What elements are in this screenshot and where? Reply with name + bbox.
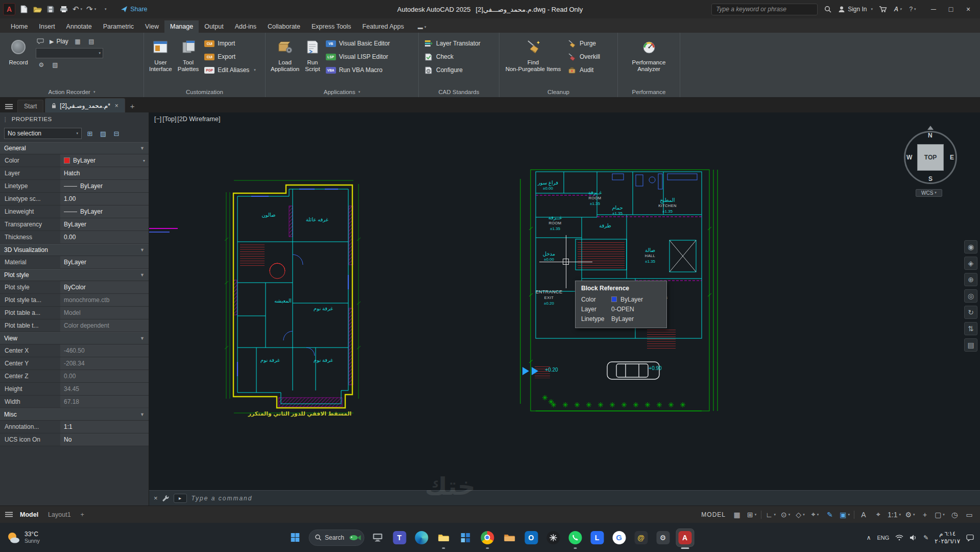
viewcube[interactable]: N W E S TOP WCS (894, 124, 967, 203)
tab-featured-apps[interactable]: Featured Apps (357, 20, 410, 33)
autoscale-icon[interactable]: ⌖ (873, 509, 884, 521)
help-search-input[interactable] (711, 4, 818, 15)
annotation-add-icon[interactable]: + (919, 509, 930, 521)
viewcube-south[interactable]: S (928, 175, 933, 182)
undo-button[interactable]: ↶ (73, 4, 82, 15)
pause-icon[interactable]: ▤ (87, 37, 96, 45)
snap-mode-icon[interactable]: ⊞ (746, 509, 757, 521)
tab-collaborate[interactable]: Collaborate (262, 20, 306, 33)
polar-tracking-icon[interactable]: ⊙ (780, 509, 791, 521)
graphics-performance-icon[interactable]: ◷ (949, 509, 960, 521)
model-tab[interactable]: Model (17, 511, 41, 518)
panel-title-action-recorder[interactable]: Action Recorder (0, 87, 144, 97)
tab-insert[interactable]: Insert (33, 20, 60, 33)
viewcube-west[interactable]: W (906, 154, 912, 161)
object-snap-icon[interactable]: ⌖ (809, 509, 821, 521)
minimize-button[interactable]: ─ (925, 2, 942, 17)
taskbar-search[interactable]: Search (308, 530, 364, 546)
line-app-icon[interactable]: L (588, 529, 606, 546)
steering-wheel-icon[interactable]: ◉ (964, 240, 977, 254)
material-value[interactable]: ByLayer (60, 256, 149, 268)
section-plot-style[interactable]: Plot style▼ (0, 269, 149, 281)
layout1-tab[interactable]: Layout1 (45, 511, 73, 518)
share-button[interactable]: Share (121, 6, 147, 13)
tab-parametric[interactable]: Parametric (98, 20, 139, 33)
save-button[interactable] (46, 4, 55, 15)
section-general[interactable]: General▼ (0, 142, 149, 154)
orbit-icon[interactable]: ◎ (964, 289, 977, 303)
showmotion-icon[interactable]: ↻ (964, 306, 977, 319)
new-drawing-button[interactable] (19, 4, 29, 15)
isodraft-icon[interactable]: ◇ (795, 509, 806, 521)
insert-message-icon[interactable] (36, 37, 45, 45)
language-indicator[interactable]: ENG (877, 535, 889, 541)
ortho-icon[interactable]: ∟ (765, 509, 776, 521)
run-vba-macro-button[interactable]: VBARun VBA Macro (324, 64, 392, 76)
snipping-tool-icon[interactable] (369, 529, 386, 546)
select-objects-icon[interactable]: ▨ (98, 128, 108, 139)
teams-icon[interactable]: T (391, 529, 408, 546)
autocad-app-icon[interactable]: A (3, 3, 15, 15)
chatgpt-icon[interactable] (544, 529, 562, 546)
file-tabs-menu-icon[interactable] (5, 104, 13, 109)
settings-icon[interactable]: ⚙ (654, 529, 672, 546)
tab-start[interactable]: Start (17, 100, 43, 112)
panel-title-customization[interactable]: Customization (144, 87, 265, 97)
viewcube-top-face[interactable]: TOP (917, 144, 944, 171)
dynamic-input-icon[interactable]: ✎ (824, 509, 835, 521)
edit-aliases-button[interactable]: PGPEdit Aliases (203, 64, 257, 76)
viewport-minimize-control[interactable]: [−] (154, 116, 161, 123)
user-interface-button[interactable]: UserInterface (148, 35, 174, 87)
viewcube-north[interactable]: N (928, 132, 933, 139)
ucs-icon-on-value[interactable]: No (60, 433, 149, 446)
new-layout-button[interactable]: + (78, 511, 87, 518)
clean-screen-icon[interactable]: ▭ (964, 509, 975, 521)
mail-icon[interactable]: @ (632, 529, 650, 546)
maximize-button[interactable]: □ (942, 2, 960, 17)
play-button[interactable]: ▶Play (50, 38, 68, 45)
command-close-icon[interactable]: × (154, 494, 158, 502)
help-button[interactable]: ? (908, 4, 917, 15)
office-icon[interactable] (457, 529, 474, 546)
start-button[interactable] (286, 529, 304, 546)
color-value[interactable]: ByLayer▾ (60, 154, 149, 167)
recorder-preferences-icon[interactable]: ⚙ (37, 61, 46, 69)
toggle-pickadd-icon[interactable]: ⊞ (85, 128, 95, 139)
close-button[interactable]: × (960, 2, 977, 17)
wcs-menu[interactable]: WCS (916, 189, 942, 197)
outlook-icon[interactable]: O (522, 529, 540, 546)
pan-icon[interactable]: ◈ (964, 257, 977, 270)
edge-icon[interactable] (413, 529, 430, 546)
search-icon[interactable] (823, 4, 832, 15)
tab-addins[interactable]: Add-ins (229, 20, 262, 33)
autodesk-account-button[interactable]: A (893, 4, 902, 15)
overkill-button[interactable]: Overkill (566, 51, 602, 63)
tab-express-tools[interactable]: Express Tools (306, 20, 357, 33)
tool-palettes-button[interactable]: ToolPalettes (176, 35, 201, 87)
tab-manage[interactable]: Manage (164, 20, 199, 33)
whatsapp-icon[interactable] (566, 529, 584, 546)
statusbar-menu-icon[interactable] (5, 512, 13, 517)
properties-header[interactable]: ⡇PROPERTIES (0, 112, 149, 126)
panel-title-applications[interactable]: Applications (266, 87, 418, 97)
viewcube-east[interactable]: E (950, 154, 954, 161)
google-icon[interactable]: G (610, 529, 628, 546)
zoom-icon[interactable]: ⊕ (964, 273, 977, 286)
wifi-icon[interactable] (895, 535, 903, 541)
isolate-objects-icon[interactable]: ▢ (934, 509, 945, 521)
search-highlight-image[interactable] (348, 533, 361, 543)
find-non-purgeable-button[interactable]: FindNon-Purgeable Items (503, 35, 563, 87)
command-line[interactable]: × ▸ Type a command (149, 490, 980, 505)
model-space-toggle[interactable]: MODEL (701, 511, 726, 518)
layer-translator-button[interactable]: Layer Translator (422, 37, 482, 50)
plot-style-value[interactable]: ByColor (60, 281, 149, 293)
open-button[interactable] (33, 4, 42, 15)
action-macro-dropdown[interactable] (36, 48, 103, 58)
selection-dropdown[interactable]: No selection (4, 128, 82, 139)
linetype-scale-value[interactable]: 1.00 (60, 193, 149, 205)
quick-select-icon[interactable]: ⊟ (111, 128, 122, 139)
manage-macros-icon[interactable]: ▧ (51, 61, 60, 69)
import-button[interactable]: CUIImport (203, 37, 257, 50)
load-application-button[interactable]: LoadApplication (269, 35, 301, 87)
tab-output[interactable]: Output (199, 20, 229, 33)
